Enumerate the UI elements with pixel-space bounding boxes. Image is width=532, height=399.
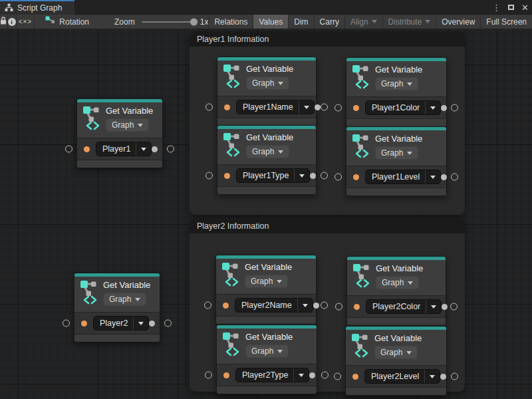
dropdown-caret[interactable] bbox=[426, 106, 440, 110]
info-button[interactable]: i bbox=[8, 15, 17, 29]
select-variables-button[interactable]: <×> bbox=[17, 15, 35, 29]
rotation-control[interactable]: Rotation bbox=[35, 15, 97, 29]
node-header[interactable]: Get Variable Graph bbox=[346, 330, 446, 365]
connection-socket-right[interactable] bbox=[450, 303, 458, 311]
input-port[interactable] bbox=[353, 105, 359, 111]
output-port[interactable] bbox=[152, 146, 158, 152]
output-port[interactable] bbox=[310, 173, 316, 179]
connection-socket-right[interactable] bbox=[321, 302, 328, 309]
get-variable-node[interactable]: Get Variable Graph Player1Level bbox=[346, 126, 447, 196]
output-port[interactable] bbox=[441, 105, 447, 111]
connection-socket-right[interactable] bbox=[167, 146, 174, 153]
toolbar-button-relations[interactable]: Relations bbox=[208, 15, 253, 29]
connection-socket-left[interactable] bbox=[205, 372, 212, 379]
dropdown-caret[interactable] bbox=[426, 176, 440, 179]
toolbar-button-values[interactable]: Values bbox=[253, 15, 288, 29]
menu-dots-icon[interactable]: ⋮ bbox=[492, 3, 501, 12]
get-variable-node[interactable]: Get Variable Graph Player1 bbox=[76, 98, 163, 168]
output-port[interactable] bbox=[442, 304, 448, 310]
maximize-icon[interactable] bbox=[508, 5, 514, 10]
output-port[interactable] bbox=[309, 372, 315, 378]
graph-canvas[interactable]: Player1 Information Player2 Information bbox=[0, 29, 532, 399]
node-header[interactable]: Get Variable Graph bbox=[216, 259, 316, 294]
input-port[interactable] bbox=[223, 303, 229, 309]
dropdown-caret[interactable] bbox=[134, 322, 148, 325]
get-variable-node[interactable]: Get Variable Graph Player1Color bbox=[346, 57, 447, 127]
connection-socket-right[interactable] bbox=[451, 373, 458, 380]
zoom-slider[interactable] bbox=[142, 21, 195, 23]
dropdown-caret[interactable] bbox=[298, 304, 313, 307]
variable-dropdown[interactable]: Player1Type bbox=[236, 168, 310, 183]
toolbar-button-overview[interactable]: Overview bbox=[436, 15, 480, 29]
connection-socket-left[interactable] bbox=[335, 303, 342, 311]
dropdown-caret[interactable] bbox=[426, 305, 441, 309]
get-variable-node[interactable]: Get Variable Graph Player2Color bbox=[346, 256, 446, 326]
graph-scope-dropdown[interactable]: Graph bbox=[375, 77, 418, 90]
lock-button[interactable] bbox=[0, 15, 8, 29]
input-port[interactable] bbox=[354, 304, 360, 310]
zoom-slider-handle[interactable] bbox=[190, 18, 198, 25]
node-header[interactable]: Get Variable Graph bbox=[347, 260, 446, 295]
input-port[interactable] bbox=[224, 104, 230, 110]
group-header[interactable]: Player1 Information bbox=[190, 31, 465, 47]
graph-scope-dropdown[interactable]: Graph bbox=[106, 118, 149, 132]
dropdown-caret[interactable] bbox=[136, 148, 151, 151]
variable-dropdown[interactable]: Player1 bbox=[96, 142, 152, 156]
node-header[interactable]: Get Variable Graph bbox=[74, 277, 160, 312]
node-header[interactable]: Get Variable Graph bbox=[346, 61, 446, 96]
input-port[interactable] bbox=[353, 174, 359, 180]
graph-scope-dropdown[interactable]: Graph bbox=[375, 146, 418, 160]
variable-dropdown[interactable]: Player1Level bbox=[365, 170, 441, 184]
connection-socket-left[interactable] bbox=[63, 320, 70, 327]
graph-scope-dropdown[interactable]: Graph bbox=[245, 344, 289, 358]
connection-socket-right[interactable] bbox=[321, 372, 329, 379]
graph-scope-dropdown[interactable]: Graph bbox=[376, 276, 419, 289]
dropdown-caret[interactable] bbox=[425, 375, 440, 378]
variable-dropdown[interactable]: Player2 bbox=[93, 316, 149, 331]
connection-socket-right[interactable] bbox=[451, 174, 458, 181]
toolbar-button-full-screen[interactable]: Full Screen bbox=[480, 15, 532, 29]
variable-dropdown[interactable]: Player2Color bbox=[366, 299, 442, 314]
connection-socket-left[interactable] bbox=[205, 172, 213, 180]
connection-socket-left[interactable] bbox=[334, 373, 341, 380]
connection-socket-right[interactable] bbox=[321, 172, 328, 180]
connection-socket-right[interactable] bbox=[321, 104, 328, 111]
graph-scope-dropdown[interactable]: Graph bbox=[374, 346, 418, 359]
output-port[interactable] bbox=[315, 104, 321, 110]
tab-script-graph[interactable]: Script Graph bbox=[0, 0, 74, 15]
graph-scope-dropdown[interactable]: Graph bbox=[246, 145, 289, 158]
input-port[interactable] bbox=[84, 146, 90, 152]
output-port[interactable] bbox=[149, 321, 155, 327]
connection-socket-right[interactable] bbox=[451, 104, 458, 112]
output-port[interactable] bbox=[313, 303, 319, 309]
connection-socket-left[interactable] bbox=[205, 104, 213, 111]
close-icon[interactable]: ✕ bbox=[521, 3, 529, 12]
connection-socket-left[interactable] bbox=[65, 146, 72, 153]
get-variable-node[interactable]: Get Variable Graph Player2Name bbox=[215, 255, 317, 325]
connection-socket-left[interactable] bbox=[204, 302, 211, 309]
toolbar-button-carry[interactable]: Carry bbox=[314, 15, 344, 29]
output-port[interactable] bbox=[440, 374, 446, 380]
dropdown-caret[interactable] bbox=[295, 174, 309, 178]
input-port[interactable] bbox=[81, 321, 87, 327]
get-variable-node[interactable]: Get Variable Graph Player1Type bbox=[217, 125, 317, 195]
graph-scope-dropdown[interactable]: Graph bbox=[245, 275, 288, 288]
get-variable-node[interactable]: Get Variable Graph Player2Type bbox=[216, 325, 317, 394]
dropdown-caret[interactable] bbox=[294, 374, 309, 377]
group-header[interactable]: Player2 Information bbox=[190, 218, 465, 233]
input-port[interactable] bbox=[224, 173, 230, 179]
variable-dropdown[interactable]: Player2Level bbox=[364, 369, 440, 384]
input-port[interactable] bbox=[223, 372, 229, 378]
node-header[interactable]: Get Variable Graph bbox=[346, 130, 446, 166]
get-variable-node[interactable]: Get Variable Graph Player2Level bbox=[345, 326, 447, 396]
graph-scope-dropdown[interactable]: Graph bbox=[103, 293, 146, 306]
variable-dropdown[interactable]: Player1Color bbox=[365, 100, 441, 115]
node-header[interactable]: Get Variable Graph bbox=[217, 129, 316, 164]
dropdown-caret[interactable] bbox=[299, 106, 314, 109]
toolbar-button-dim[interactable]: Dim bbox=[288, 15, 313, 29]
connection-socket-right[interactable] bbox=[164, 320, 172, 327]
get-variable-node[interactable]: Get Variable Graph Player2 bbox=[74, 273, 160, 342]
connection-socket-left[interactable] bbox=[334, 174, 342, 181]
variable-dropdown[interactable]: Player2Name bbox=[235, 298, 313, 313]
variable-dropdown[interactable]: Player2Type bbox=[235, 368, 309, 382]
